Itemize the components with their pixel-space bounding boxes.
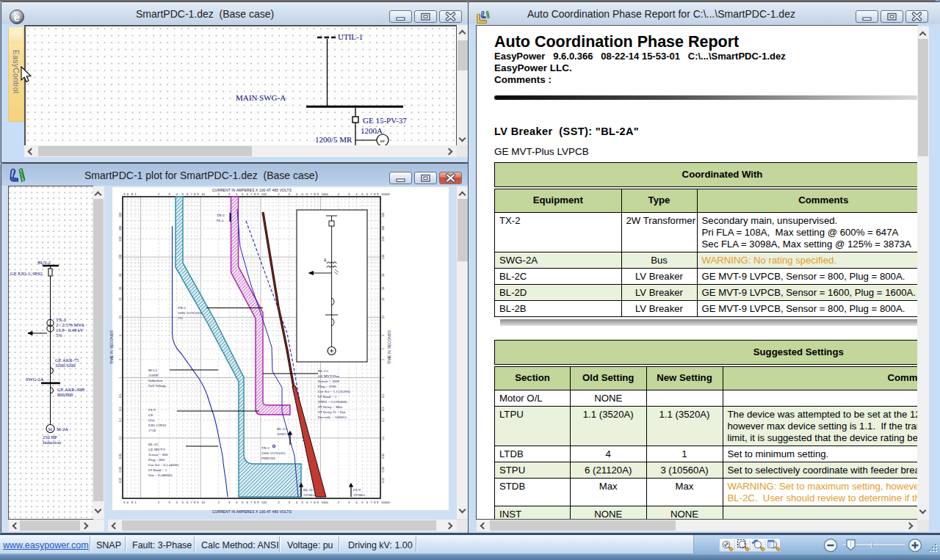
svg-text:250 HP: 250 HP bbox=[43, 434, 57, 440]
svg-text:2: 2 bbox=[382, 359, 385, 360]
svg-text:Override = 50000A: Override = 50000A bbox=[318, 415, 347, 419]
svg-text:Cur Set = 0.5 (4000): Cur Set = 0.5 (4000) bbox=[148, 463, 179, 467]
svg-text:(2a): (2a) bbox=[148, 418, 154, 422]
svg-text:BL-2A: BL-2A bbox=[277, 427, 288, 431]
svg-text:TX-2: TX-2 bbox=[217, 214, 225, 217]
svg-text:GE MVT-Plus: GE MVT-Plus bbox=[318, 374, 339, 378]
svg-text:1200A: 1200A bbox=[361, 126, 383, 135]
svg-text:5%: 5% bbox=[178, 316, 183, 320]
svg-text:2000 /2576 kVA: 2000 /2576 kVA bbox=[261, 451, 286, 455]
svg-text:50: 50 bbox=[119, 274, 122, 277]
svg-text:0.02: 0.02 bbox=[119, 478, 122, 483]
svg-text:FS-9: FS-9 bbox=[353, 488, 361, 492]
svg-text:22766A: 22766A bbox=[303, 493, 316, 497]
svg-text:FS-9: FS-9 bbox=[148, 408, 156, 412]
svg-text:0.02: 0.02 bbox=[382, 478, 385, 483]
svg-text:3200/3200: 3200/3200 bbox=[55, 363, 76, 368]
svg-text:3: 3 bbox=[119, 348, 122, 349]
svg-text:100: 100 bbox=[261, 192, 267, 196]
svg-text:20: 20 bbox=[119, 298, 122, 301]
svg-text:100: 100 bbox=[119, 255, 122, 259]
svg-text:TX-2: TX-2 bbox=[56, 317, 66, 322]
svg-text:M: M bbox=[48, 427, 53, 432]
svg-text:0.03: 0.03 bbox=[119, 467, 122, 472]
svg-text:200: 200 bbox=[119, 236, 122, 241]
svg-text:TIME IN SECONDS: TIME IN SECONDS bbox=[109, 330, 114, 364]
svg-text:BL-2C: BL-2C bbox=[303, 488, 314, 492]
svg-text:5: 5 bbox=[119, 335, 122, 336]
svg-text:LT Band = 1: LT Band = 1 bbox=[148, 468, 167, 472]
svg-text:Cur Set = 1.1 (35200): Cur Set = 1.1 (35200) bbox=[318, 390, 350, 393]
svg-text:EJO-1/9F62: EJO-1/9F62 bbox=[148, 423, 167, 427]
svg-text:0.5: 0.5 bbox=[382, 394, 385, 398]
svg-text:GE 15-PV-37: GE 15-PV-37 bbox=[363, 116, 407, 125]
svg-text:13.8 - 0.48 kV: 13.8 - 0.48 kV bbox=[56, 327, 84, 332]
svg-text:GE AKR-75: GE AKR-75 bbox=[55, 357, 79, 363]
svg-text:2: 2 bbox=[119, 359, 122, 360]
svg-text:300: 300 bbox=[119, 226, 122, 230]
svg-text:0.3: 0.3 bbox=[382, 407, 385, 411]
svg-text:0.1: 0.1 bbox=[119, 436, 122, 440]
svg-text:800/800: 800/800 bbox=[57, 392, 73, 397]
svg-text:500: 500 bbox=[382, 213, 385, 217]
svg-text:MAIN SWG-A: MAIN SWG-A bbox=[236, 93, 286, 102]
svg-text:M-2A: M-2A bbox=[148, 368, 158, 372]
svg-text:100: 100 bbox=[382, 255, 385, 259]
svg-text:0.5: 0.5 bbox=[119, 394, 122, 398]
svg-text:Plug = 2200: Plug = 2200 bbox=[318, 385, 336, 388]
svg-text:30: 30 bbox=[382, 287, 385, 290]
svg-text:30: 30 bbox=[119, 287, 122, 290]
svg-text:GE AKR-30H: GE AKR-30H bbox=[57, 387, 84, 392]
svg-text:0.2: 0.2 bbox=[382, 418, 385, 421]
svg-text:10000: 10000 bbox=[381, 501, 390, 504]
svg-text:Plug = 800: Plug = 800 bbox=[148, 458, 164, 462]
svg-text:FLA: FLA bbox=[217, 219, 224, 222]
svg-text:GE: GE bbox=[148, 413, 153, 417]
svg-text:300: 300 bbox=[382, 226, 385, 230]
svg-text:250HP: 250HP bbox=[148, 374, 159, 377]
svg-text:TIME IN SECONDS: TIME IN SECONDS bbox=[387, 330, 391, 364]
svg-text:CURRENT IN AMPERES X 100 AT 48: CURRENT IN AMPERES X 100 AT 480 VOLTS bbox=[212, 189, 292, 192]
svg-text:Sensor = 800: Sensor = 800 bbox=[148, 453, 168, 457]
svg-text:2 / 2.576 MVA: 2 / 2.576 MVA bbox=[56, 322, 84, 327]
svg-text:10000: 10000 bbox=[381, 192, 390, 196]
svg-text:Full Voltage: Full Voltage bbox=[148, 384, 167, 388]
svg-text:0.2: 0.2 bbox=[119, 418, 122, 421]
svg-text:GE MVT-9: GE MVT-9 bbox=[148, 448, 165, 451]
svg-text:MF: MF bbox=[380, 139, 385, 143]
svg-text:ST Delay = Max: ST Delay = Max bbox=[318, 405, 343, 409]
svg-text:200: 200 bbox=[382, 236, 385, 241]
svg-text:100: 100 bbox=[261, 501, 267, 504]
svg-text:0.3: 0.3 bbox=[119, 407, 122, 411]
svg-text:20: 20 bbox=[382, 298, 385, 301]
svg-text:GE EJO-1/ 9F62: GE EJO-1/ 9F62 bbox=[10, 271, 43, 276]
svg-text:.5 .6 .8 1: .5 .6 .8 1 bbox=[123, 192, 137, 196]
svg-text:Induction: Induction bbox=[43, 440, 62, 445]
svg-text:SWG-2A: SWG-2A bbox=[26, 377, 44, 382]
svg-text:Inst = 9 (48000): Inst = 9 (48000) bbox=[148, 473, 173, 477]
svg-text:CURRENT IN AMPERES X 100 AT 48: CURRENT IN AMPERES X 100 AT 480 VOLTS bbox=[212, 510, 292, 514]
svg-text:0.03: 0.03 bbox=[382, 467, 385, 472]
svg-text:50: 50 bbox=[382, 274, 385, 277]
svg-text:BUS-2: BUS-2 bbox=[37, 260, 51, 265]
svg-text:1: 1 bbox=[119, 377, 122, 379]
svg-text:0.05: 0.05 bbox=[382, 454, 385, 459]
svg-text:ST Delay Ft = Out: ST Delay Ft = Out bbox=[318, 410, 346, 414]
svg-text:.5 .6 .8 1: .5 .6 .8 1 bbox=[123, 501, 137, 504]
svg-text:TX-2: TX-2 bbox=[261, 446, 270, 450]
svg-text:BL-2C: BL-2C bbox=[148, 443, 159, 446]
svg-text:10: 10 bbox=[119, 316, 122, 319]
svg-text:5: 5 bbox=[382, 335, 385, 336]
svg-text:175E: 175E bbox=[148, 429, 156, 432]
svg-text:0.05: 0.05 bbox=[119, 454, 122, 459]
svg-text:Induction: Induction bbox=[148, 379, 163, 382]
svg-text:22907A: 22907A bbox=[277, 432, 289, 436]
svg-text:STPU = 3 (105600): STPU = 3 (105600) bbox=[318, 400, 347, 404]
svg-text:10: 10 bbox=[201, 192, 205, 196]
svg-text:M-2A: M-2A bbox=[57, 426, 68, 432]
svg-text:BL-2A: BL-2A bbox=[318, 369, 329, 373]
svg-text:3: 3 bbox=[382, 348, 385, 349]
svg-text:LT Band = 1: LT Band = 1 bbox=[318, 395, 337, 399]
svg-text:e: e bbox=[14, 11, 20, 23]
svg-text:1000: 1000 bbox=[321, 501, 328, 504]
